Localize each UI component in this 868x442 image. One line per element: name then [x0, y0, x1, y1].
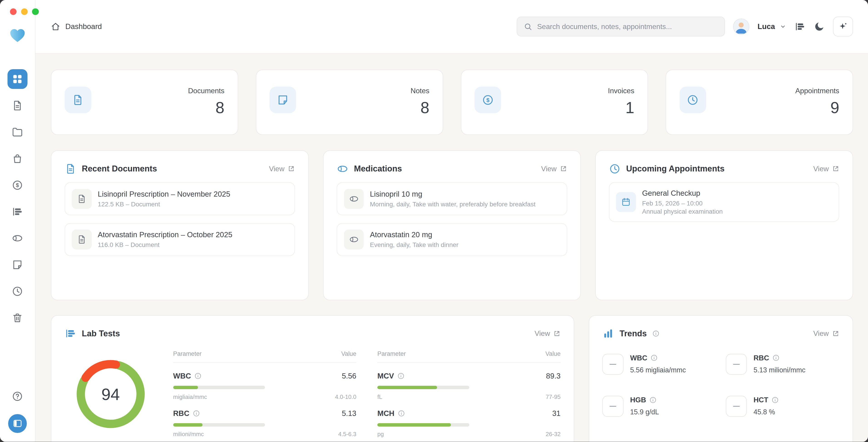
breadcrumb[interactable]: Dashboard: [51, 22, 102, 31]
chevron-down-icon[interactable]: [780, 24, 786, 30]
sidebar-item-folders[interactable]: [7, 122, 28, 142]
stat-label: Documents: [188, 87, 224, 95]
trends-card: Trends View WBC: [589, 315, 853, 442]
recent-documents-card: Recent Documents View: [51, 150, 309, 300]
param-range-bar: [377, 423, 469, 427]
medication-list-item[interactable]: Atorvastatin 20 mg Evening, daily, Take …: [337, 223, 567, 256]
view-appointments-link[interactable]: View: [813, 165, 839, 173]
health-score-value: 94: [101, 385, 120, 403]
search-icon: [524, 23, 532, 31]
dark-mode-moon-icon[interactable]: [814, 21, 825, 32]
stat-value: 8: [188, 98, 224, 117]
external-link-icon: [560, 165, 567, 172]
avatar-image: [734, 19, 749, 34]
trend-value: 15.9 g/dL: [630, 408, 659, 416]
document-title: Lisinopril Prescription – November 2025: [98, 190, 230, 198]
user-avatar[interactable]: [733, 19, 749, 35]
info-icon[interactable]: [772, 354, 780, 362]
stat-value: 8: [410, 98, 429, 117]
medications-card: Medications View Lis: [323, 150, 581, 300]
activity-log-icon[interactable]: [795, 21, 806, 32]
document-list-item[interactable]: Lisinopril Prescription – November 2025 …: [65, 182, 295, 215]
document-title: Atorvastatin Prescription – October 2025: [98, 230, 232, 239]
param-name: RBC: [173, 409, 189, 418]
sidebar-toggle-button[interactable]: [8, 414, 27, 433]
trend-value: 45.8 %: [753, 408, 779, 416]
sidebar-bottom: [7, 386, 28, 442]
sidebar-item-appointments[interactable]: [7, 281, 28, 301]
info-icon[interactable]: [398, 410, 405, 417]
home-icon: [51, 22, 60, 31]
zoom-window-button[interactable]: [32, 8, 39, 15]
view-documents-link[interactable]: View: [269, 165, 295, 173]
lab-row-rbc[interactable]: RBC 5.13 milioni/mmc 4.5-6.3: [173, 409, 356, 438]
main-content: Documents 8 Notes 8 $: [35, 54, 868, 442]
param-range: 77-95: [546, 394, 560, 400]
trend-item-hct[interactable]: HCT 45.8 %: [726, 396, 839, 417]
sidebar-item-documents[interactable]: [7, 96, 28, 116]
ai-assistant-button[interactable]: [833, 16, 853, 36]
view-trends-link[interactable]: View: [813, 329, 839, 338]
appointments-card: Upcoming Appointments View: [595, 150, 853, 300]
global-search[interactable]: [517, 16, 725, 36]
sidebar-item-notes[interactable]: [7, 255, 28, 275]
trend-item-wbc[interactable]: WBC 5.56 migliaia/mmc: [602, 354, 716, 375]
stat-value: 1: [608, 98, 634, 117]
sidebar: $: [0, 0, 35, 442]
sidebar-item-trash[interactable]: [7, 308, 28, 328]
appointment-list-item[interactable]: General Checkup Feb 15, 2026 – 10:00 Ann…: [609, 182, 839, 222]
info-icon[interactable]: [650, 354, 658, 362]
sidebar-item-dashboard[interactable]: [7, 69, 28, 89]
appointment-description: Annual physical examination: [642, 208, 723, 215]
stat-card-notes[interactable]: Notes 8: [256, 70, 443, 135]
close-window-button[interactable]: [10, 8, 17, 15]
clock-icon: [609, 163, 621, 175]
info-icon[interactable]: [649, 397, 657, 404]
param-name: WBC: [173, 372, 191, 380]
info-icon[interactable]: [772, 397, 779, 404]
sidebar-item-medications[interactable]: [7, 228, 28, 248]
minimize-window-button[interactable]: [21, 8, 28, 15]
document-list-item[interactable]: Atorvastatin Prescription – October 2025…: [65, 223, 295, 256]
trend-item-hgb[interactable]: HGB 15.9 g/dL: [602, 396, 716, 417]
info-icon[interactable]: [194, 372, 202, 380]
folder-icon: [11, 126, 23, 138]
info-icon[interactable]: [397, 372, 405, 380]
medication-title: Lisinopril 10 mg: [370, 190, 535, 198]
calendar-icon: [616, 192, 636, 212]
sidebar-item-records[interactable]: [7, 149, 28, 169]
lab-row-mch[interactable]: MCH 31 pg 26-32: [377, 409, 561, 438]
clock-icon: [680, 87, 706, 113]
search-input[interactable]: [537, 23, 718, 31]
app-logo-heart-icon: [9, 27, 26, 43]
card-title: Recent Documents: [82, 164, 157, 173]
trend-item-rbc[interactable]: RBC 5.13 milioni/mmc: [726, 354, 839, 375]
medication-list-item[interactable]: Lisinopril 10 mg Morning, daily, Take wi…: [337, 182, 567, 215]
help-button[interactable]: [7, 386, 28, 406]
medication-title: Atorvastatin 20 mg: [370, 230, 458, 239]
info-icon[interactable]: [193, 410, 200, 417]
lab-row-wbc[interactable]: WBC 5.56 migliaia/mmc 4.0-10.0: [173, 372, 356, 400]
lab-row-mcv[interactable]: MCV 89.3 fL 77-95: [377, 372, 561, 400]
sidebar-item-lab-tests[interactable]: [7, 202, 28, 222]
file-icon: [65, 87, 91, 113]
sidebar-item-invoices[interactable]: $: [7, 175, 28, 195]
param-unit: pg: [377, 431, 384, 438]
svg-text:$: $: [486, 97, 490, 103]
view-lab-tests-link[interactable]: View: [534, 329, 560, 338]
stat-card-invoices[interactable]: $ Invoices 1: [461, 70, 648, 135]
param-range: 4.5-6.3: [338, 431, 356, 438]
view-label: View: [534, 329, 550, 338]
stat-card-documents[interactable]: Documents 8: [51, 70, 238, 135]
health-score-gauge: 94: [65, 358, 157, 430]
info-icon[interactable]: [652, 330, 659, 337]
user-name[interactable]: Luca: [757, 22, 775, 31]
trend-name: HGB: [630, 396, 646, 404]
trend-value: 5.13 milioni/mmc: [753, 366, 806, 374]
bar-chart-icon: [602, 328, 614, 339]
view-medications-link[interactable]: View: [541, 165, 567, 173]
stat-card-appointments[interactable]: Appointments 9: [666, 70, 853, 135]
pill-icon: [337, 163, 348, 175]
trends-grid: WBC 5.56 migliaia/mmc RBC: [602, 354, 839, 417]
column-header-value: Value: [341, 350, 356, 358]
